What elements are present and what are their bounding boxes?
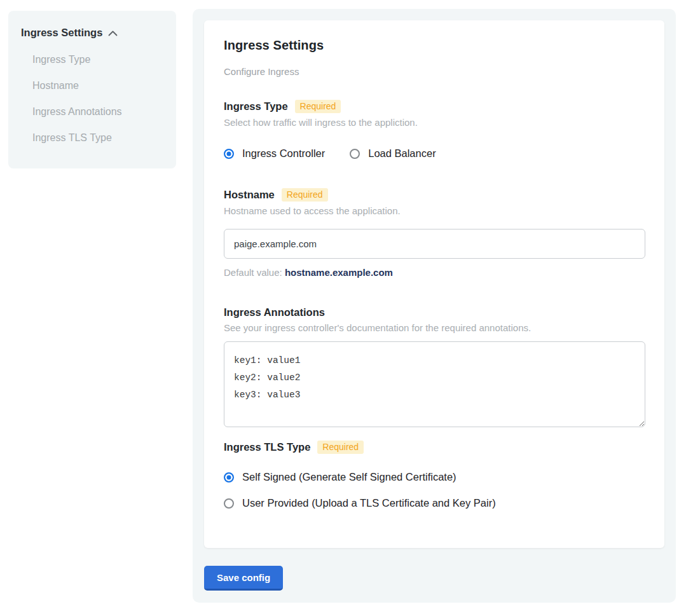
sidebar-item-hostname[interactable]: Hostname — [32, 80, 163, 92]
settings-panel: Ingress Settings Configure Ingress Ingre… — [193, 9, 676, 603]
sidebar-item-ingress-tls-type[interactable]: Ingress TLS Type — [32, 132, 163, 144]
ingress-type-radio-group: Ingress Controller Load Balancer — [224, 147, 645, 160]
section-ingress-type: Ingress Type Required Select how traffic… — [224, 100, 645, 160]
radio-selected-icon[interactable] — [224, 472, 234, 483]
section-heading-row: Ingress Annotations — [224, 306, 645, 318]
save-config-button[interactable]: Save config — [204, 566, 283, 591]
section-ingress-tls-type: Ingress TLS Type Required Self Signed (G… — [224, 441, 645, 509]
tls-type-radio-group: Self Signed (Generate Self Signed Certif… — [224, 471, 645, 509]
field-label-ingress-tls-type: Ingress TLS Type — [224, 441, 310, 453]
sidebar-section-toggle[interactable]: Ingress Settings — [21, 27, 163, 39]
field-description-ingress-annotations: See your ingress controller's documentat… — [224, 322, 645, 333]
section-ingress-annotations: Ingress Annotations See your ingress con… — [224, 306, 645, 427]
settings-sidebar: Ingress Settings Ingress Type Hostname I… — [8, 11, 176, 168]
page-subtitle: Configure Ingress — [224, 66, 645, 77]
section-hostname: Hostname Required Hostname used to acces… — [224, 188, 645, 278]
radio-unselected-icon[interactable] — [224, 498, 234, 509]
radio-option-self-signed[interactable]: Self Signed (Generate Self Signed Certif… — [224, 471, 645, 483]
radio-option-ingress-controller[interactable]: Ingress Controller — [224, 147, 325, 160]
sidebar-section-title: Ingress Settings — [21, 27, 102, 39]
required-badge: Required — [282, 188, 328, 202]
radio-selected-icon[interactable] — [224, 149, 234, 159]
ingress-settings-card: Ingress Settings Configure Ingress Ingre… — [204, 20, 664, 548]
sidebar-item-ingress-type[interactable]: Ingress Type — [32, 54, 163, 65]
section-heading-row: Hostname Required — [224, 188, 645, 202]
ingress-annotations-textarea[interactable]: key1: value1 key2: value2 key3: value3 — [224, 341, 645, 427]
default-value-text: hostname.example.com — [285, 267, 393, 278]
section-heading-row: Ingress TLS Type Required — [224, 441, 645, 454]
section-heading-row: Ingress Type Required — [224, 100, 645, 113]
hostname-input[interactable] — [224, 229, 645, 259]
sidebar-item-ingress-annotations[interactable]: Ingress Annotations — [32, 106, 163, 118]
radio-option-user-provided[interactable]: User Provided (Upload a TLS Certificate … — [224, 497, 645, 509]
chevron-up-icon — [108, 29, 118, 36]
radio-unselected-icon[interactable] — [350, 149, 360, 159]
default-value-prefix: Default value: — [224, 267, 285, 278]
field-label-hostname: Hostname — [224, 189, 275, 201]
hostname-default-value-note: Default value: hostname.example.com — [224, 267, 645, 278]
sidebar-item-list: Ingress Type Hostname Ingress Annotation… — [21, 54, 163, 144]
field-description-hostname: Hostname used to access the application. — [224, 205, 645, 216]
field-label-ingress-annotations: Ingress Annotations — [224, 306, 325, 318]
field-label-ingress-type: Ingress Type — [224, 100, 288, 113]
radio-option-load-balancer[interactable]: Load Balancer — [350, 147, 436, 160]
page-title: Ingress Settings — [224, 38, 645, 53]
required-badge: Required — [295, 100, 341, 113]
field-description-ingress-type: Select how traffic will ingress to the a… — [224, 117, 645, 128]
required-badge: Required — [317, 441, 364, 454]
